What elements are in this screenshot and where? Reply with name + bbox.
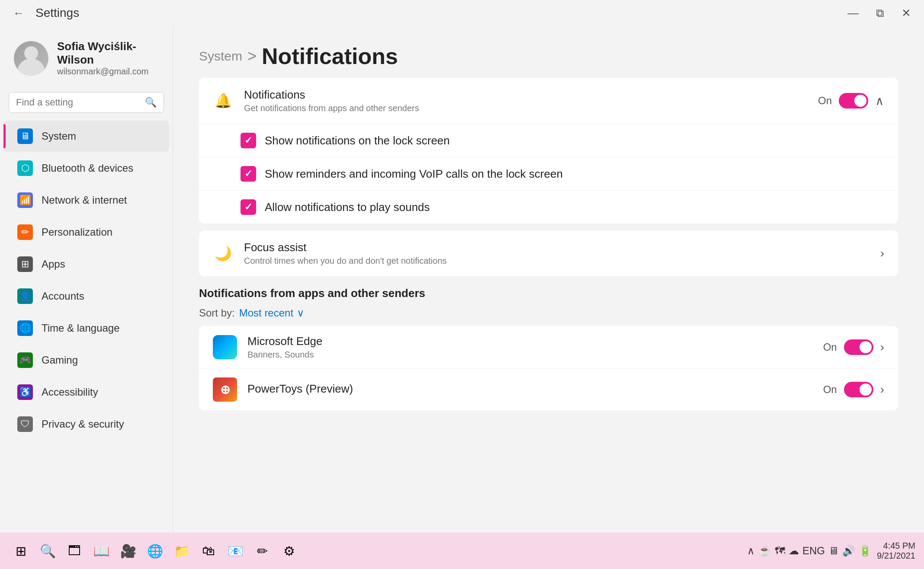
sidebar-label-privacy: Privacy & security	[42, 418, 124, 430]
taskbar-left: ⊞ 🔍 🗔 📖 🎥 🌐 📁 🛍 📧 ✏ ⚙	[9, 539, 744, 563]
user-email: wilsonmark@gmail.com	[57, 67, 159, 77]
powertoys-chevron[interactable]: ›	[880, 383, 884, 396]
sort-value: Most recent	[239, 307, 293, 319]
user-section: Sofia Wyciślik-Wilson wilsonmark@gmail.c…	[0, 33, 173, 83]
edge-chevron[interactable]: ›	[880, 340, 884, 354]
edge-on-label: On	[823, 341, 837, 353]
taskbar-right: ∧ ☕ 🗺 ☁ ENG 🖥 🔊 🔋 4:45 PM 9/21/2021	[747, 541, 915, 561]
notifications-toggle-row: 🔔 Notifications Get notifications from a…	[199, 78, 898, 124]
notifications-control: On ∧	[818, 93, 884, 109]
taskbar-mail-button[interactable]: 📧	[223, 539, 247, 563]
taskbar-cloud-icon[interactable]: ☁	[789, 545, 799, 557]
sidebar-label-network: Network & internet	[42, 194, 127, 206]
sort-chevron-icon: ∨	[297, 307, 305, 319]
voip-label: Show reminders and incoming VoIP calls o…	[265, 167, 563, 181]
system-icon: 🖥	[17, 128, 33, 144]
focus-assist-text: Focus assist Control times when you do a…	[244, 241, 870, 266]
powertoys-on-label: On	[823, 384, 837, 396]
gaming-icon: 🎮	[17, 352, 33, 368]
taskbar-volume-icon[interactable]: 🔊	[842, 545, 855, 557]
taskbar-overflow-icon[interactable]: ∧	[747, 545, 755, 557]
sidebar-item-accessibility[interactable]: ♿ Accessibility	[3, 377, 169, 408]
taskbar-widgets-button[interactable]: 📖	[89, 539, 113, 563]
app-body: Sofia Wyciślik-Wilson wilsonmark@gmail.c…	[0, 26, 924, 533]
sidebar-item-personalization[interactable]: ✏ Personalization	[3, 217, 169, 248]
search-input[interactable]	[16, 97, 140, 108]
network-icon: 📶	[17, 192, 33, 208]
taskbar-search-button[interactable]: 🔍	[35, 539, 60, 563]
accessibility-icon: ♿	[17, 384, 33, 400]
taskbar-maps-icon[interactable]: 🗺	[775, 545, 785, 557]
taskbar-store-button[interactable]: 🛍	[196, 539, 221, 563]
back-button[interactable]: ←	[9, 5, 29, 22]
taskbar-explorer-button[interactable]: 📁	[170, 539, 194, 563]
sidebar-label-apps: Apps	[42, 258, 65, 270]
voip-checkbox[interactable]	[241, 166, 256, 182]
breadcrumb-current: Notifications	[262, 43, 398, 69]
notifications-collapse-chevron[interactable]: ∧	[875, 94, 884, 108]
time-icon: 🌐	[17, 320, 33, 336]
powertoys-toggle[interactable]	[844, 382, 873, 397]
sounds-label: Allow notifications to play sounds	[265, 201, 430, 214]
sidebar-item-privacy[interactable]: 🛡 Privacy & security	[3, 409, 169, 440]
app-row-powertoys: ⊕ PowerToys (Preview) On ›	[199, 369, 898, 410]
taskbar-coffee-icon[interactable]: ☕	[758, 545, 771, 557]
sidebar-item-apps[interactable]: ⊞ Apps	[3, 249, 169, 280]
user-name: Sofia Wyciślik-Wilson	[57, 40, 159, 67]
taskbar-display-icon[interactable]: 🖥	[828, 545, 839, 557]
breadcrumb: System > Notifications	[199, 43, 898, 69]
sidebar-item-gaming[interactable]: 🎮 Gaming	[3, 345, 169, 376]
sidebar-item-accounts[interactable]: 👤 Accounts	[3, 281, 169, 312]
notifications-title: Notifications	[244, 88, 808, 102]
taskbar-edge-button[interactable]: 🌐	[143, 539, 167, 563]
sidebar-item-bluetooth[interactable]: ⬡ Bluetooth & devices	[3, 153, 169, 184]
edge-toggle[interactable]	[844, 339, 873, 355]
edge-name: Microsoft Edge	[247, 335, 813, 348]
apps-section-header: Notifications from apps and other sender…	[199, 287, 898, 300]
sidebar-nav: 🖥 System ⬡ Bluetooth & devices 📶 Network…	[0, 120, 173, 526]
notifications-toggle[interactable]	[839, 93, 868, 109]
sort-label: Sort by:	[199, 307, 235, 319]
sounds-checkbox[interactable]	[241, 199, 256, 215]
voip-row: Show reminders and incoming VoIP calls o…	[199, 157, 898, 191]
taskbar-battery-icon[interactable]: 🔋	[859, 545, 872, 557]
close-button[interactable]: ✕	[897, 5, 915, 22]
focus-assist-row[interactable]: 🌙 Focus assist Control times when you do…	[199, 230, 898, 276]
sidebar: Sofia Wyciślik-Wilson wilsonmark@gmail.c…	[0, 26, 173, 533]
lock-screen-checkbox[interactable]	[241, 133, 256, 148]
taskbar-taskview-button[interactable]: 🗔	[62, 539, 87, 563]
sort-dropdown[interactable]: Most recent ∨	[239, 307, 305, 319]
sidebar-label-gaming: Gaming	[42, 354, 78, 366]
powertoys-name: PowerToys (Preview)	[247, 382, 813, 396]
notifications-card: 🔔 Notifications Get notifications from a…	[199, 78, 898, 224]
edge-control: On ›	[823, 339, 884, 355]
main-content: System > Notifications 🔔 Notifications G…	[173, 26, 924, 533]
titlebar-left: ← Settings	[9, 5, 79, 22]
search-icon: 🔍	[145, 97, 157, 108]
taskbar-settings-button[interactable]: ⚙	[277, 539, 301, 563]
sidebar-label-time: Time & language	[42, 322, 120, 334]
sidebar-label-accounts: Accounts	[42, 290, 84, 302]
sidebar-label-accessibility: Accessibility	[42, 386, 98, 398]
app-title: Settings	[35, 6, 79, 20]
notifications-on-label: On	[818, 95, 832, 107]
sidebar-item-network[interactable]: 📶 Network & internet	[3, 185, 169, 216]
taskbar-start-button[interactable]: ⊞	[9, 539, 33, 563]
taskbar-lang-label: ENG	[802, 545, 825, 557]
app-row-edge: Microsoft Edge Banners, Sounds On ›	[199, 326, 898, 369]
minimize-button[interactable]: —	[843, 5, 863, 22]
focus-assist-chevron[interactable]: ›	[880, 246, 884, 260]
lock-screen-label: Show notifications on the lock screen	[265, 134, 450, 147]
sort-row: Sort by: Most recent ∨	[199, 307, 898, 319]
titlebar: ← Settings — ⧉ ✕	[0, 0, 924, 26]
taskbar: ⊞ 🔍 🗔 📖 🎥 🌐 📁 🛍 📧 ✏ ⚙ ∧ ☕ 🗺 ☁ ENG 🖥 🔊 🔋 …	[0, 533, 924, 569]
taskbar-teams-button[interactable]: 🎥	[116, 539, 140, 563]
taskbar-clock[interactable]: 4:45 PM 9/21/2021	[877, 541, 915, 561]
notifications-text: Notifications Get notifications from app…	[244, 88, 808, 113]
sidebar-item-system[interactable]: 🖥 System	[3, 121, 169, 152]
sidebar-item-time[interactable]: 🌐 Time & language	[3, 313, 169, 344]
notification-bell-icon: 🔔	[213, 90, 234, 111]
taskbar-paint-button[interactable]: ✏	[250, 539, 274, 563]
maximize-button[interactable]: ⧉	[872, 5, 889, 22]
sidebar-label-system: System	[42, 130, 76, 142]
